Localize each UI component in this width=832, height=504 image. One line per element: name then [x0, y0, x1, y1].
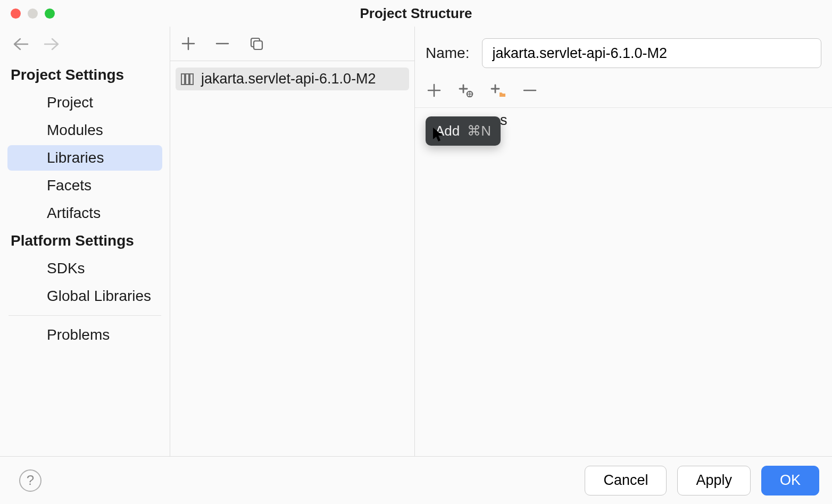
forward-icon[interactable]	[44, 36, 60, 52]
name-row: Name:	[415, 27, 832, 77]
help-icon[interactable]: ?	[19, 469, 41, 492]
sidebar-item-libraries[interactable]: Libraries	[7, 145, 162, 171]
add-tooltip: Add ⌘N	[426, 116, 501, 146]
library-item[interactable]: jakarta.servlet-api-6.1.0-M2	[176, 68, 409, 90]
tooltip-shortcut: ⌘N	[467, 123, 491, 139]
sidebar-divider	[9, 315, 161, 316]
apply-button[interactable]: Apply	[677, 466, 751, 495]
name-label: Name:	[426, 45, 469, 62]
section-project-settings: Project Settings	[0, 61, 170, 89]
library-list: jakarta.servlet-api-6.1.0-M2	[170, 61, 414, 97]
add-folder-root-icon[interactable]	[487, 80, 509, 101]
library-item-label: jakarta.servlet-api-6.1.0-M2	[201, 71, 376, 87]
sidebar-item-global-libraries[interactable]: Global Libraries	[7, 283, 162, 309]
svg-rect-1	[254, 41, 262, 49]
svg-rect-4	[190, 74, 193, 85]
window-title: Project Structure	[0, 5, 832, 22]
name-input[interactable]	[482, 38, 821, 68]
detail-body: s Add ⌘N	[415, 108, 832, 456]
svg-rect-3	[186, 74, 189, 85]
section-platform-settings: Platform Settings	[0, 227, 170, 255]
ok-button[interactable]: OK	[761, 466, 819, 495]
dialog-footer: ? Cancel Apply OK	[0, 456, 832, 504]
titlebar: Project Structure	[0, 0, 832, 27]
sidebar-item-sdks[interactable]: SDKs	[7, 256, 162, 281]
sidebar-item-project[interactable]: Project	[7, 90, 162, 115]
remove-root-icon[interactable]	[519, 80, 540, 101]
library-detail-pane: Name:	[415, 27, 832, 456]
add-library-icon[interactable]	[178, 33, 199, 54]
detail-toolbar	[415, 77, 832, 108]
add-root-icon[interactable]	[423, 80, 445, 101]
remove-library-icon[interactable]	[212, 33, 233, 54]
project-structure-window: Project Structure Project Settings Proje…	[0, 0, 832, 504]
sidebar-item-problems[interactable]: Problems	[7, 322, 162, 348]
sidebar: Project Settings Project Modules Librari…	[0, 27, 170, 456]
back-icon[interactable]	[13, 36, 29, 52]
library-list-pane: jakarta.servlet-api-6.1.0-M2	[170, 27, 415, 456]
tooltip-label: Add	[435, 123, 460, 139]
cancel-button[interactable]: Cancel	[585, 466, 667, 495]
main-body: Project Settings Project Modules Librari…	[0, 27, 832, 456]
library-icon	[181, 73, 196, 86]
add-url-root-icon[interactable]	[455, 80, 477, 101]
sidebar-nav	[0, 27, 170, 61]
sidebar-item-artifacts[interactable]: Artifacts	[7, 200, 162, 226]
library-toolbar	[170, 27, 414, 61]
classes-tail-text: s	[500, 112, 507, 129]
sidebar-item-facets[interactable]: Facets	[7, 173, 162, 198]
copy-library-icon[interactable]	[246, 33, 267, 54]
svg-rect-2	[181, 74, 185, 85]
sidebar-item-modules[interactable]: Modules	[7, 117, 162, 143]
